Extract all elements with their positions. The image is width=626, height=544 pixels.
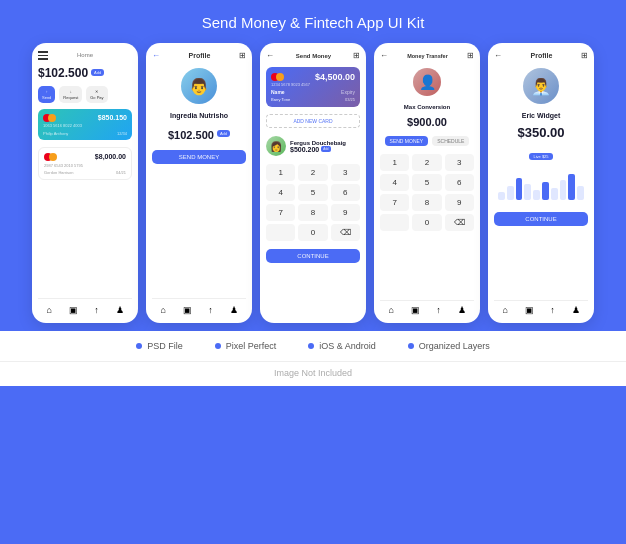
card-nav-icon[interactable]: ▣ xyxy=(69,305,78,315)
p4-key-5[interactable]: 5 xyxy=(412,174,441,191)
key-1[interactable]: 1 xyxy=(266,164,295,181)
key-6[interactable]: 6 xyxy=(331,184,360,201)
bar8 xyxy=(560,180,567,200)
home5-nav-icon[interactable]: ⌂ xyxy=(502,305,507,315)
phone1-amount: $102.500 xyxy=(38,66,88,80)
phone3-back-icon[interactable]: ← xyxy=(266,51,274,60)
stats5-nav-icon[interactable]: ↑ xyxy=(550,305,555,315)
feature-ios-label: iOS & Android xyxy=(319,341,376,351)
mastercard-icon xyxy=(43,114,56,122)
p4-key-1[interactable]: 1 xyxy=(380,154,409,171)
phone-profile1: ← Profile ⊞ 👨 Ingredia Nutrisho $102.500… xyxy=(146,43,252,323)
card2-nav-icon[interactable]: ▣ xyxy=(183,305,192,315)
p4-key-0[interactable]: 0 xyxy=(412,214,441,231)
phone3-card-exp-label: Expiry xyxy=(341,89,355,95)
p4-key-2[interactable]: 2 xyxy=(412,154,441,171)
bar2 xyxy=(507,186,514,200)
bottom-note: Image Not Included xyxy=(0,361,626,386)
key-8[interactable]: 8 xyxy=(298,204,327,221)
phone4-recipient-name: Max Conversion xyxy=(380,104,474,110)
dot-layers xyxy=(408,343,414,349)
phones-container: Home $102.500 Add ↑ Send ↓ Request ✕ Go … xyxy=(22,43,604,323)
phone3-card-name-label: Name xyxy=(271,89,285,95)
bar4 xyxy=(524,184,531,200)
user-nav-icon[interactable]: ♟ xyxy=(116,305,124,315)
home4-nav-icon[interactable]: ⌂ xyxy=(388,305,393,315)
phone1-header: Home xyxy=(38,51,132,60)
card1-number: 1063 5616 8022 4003 xyxy=(43,123,127,128)
phone2-amount: $102.500 xyxy=(168,129,214,141)
p4-key-9[interactable]: 9 xyxy=(445,194,474,211)
phone3-card: $4,500.00 1234 5678 9023 4567 Name Expir… xyxy=(266,67,360,107)
phone3-continue-btn[interactable]: CONTINUE xyxy=(266,249,360,263)
phone2-settings-icon[interactable]: ⊞ xyxy=(239,51,246,60)
feature-pixel: Pixel Perfect xyxy=(215,341,277,351)
card5-nav-icon[interactable]: ▣ xyxy=(525,305,534,315)
p4-key-3[interactable]: 3 xyxy=(445,154,474,171)
phone5-name: Eric Widget xyxy=(494,112,588,119)
phone5-bottom-nav: ⌂ ▣ ↑ ♟ xyxy=(494,300,588,315)
page-title: Send Money & Fintech App UI Kit xyxy=(202,14,425,31)
phone5-back-icon[interactable]: ← xyxy=(494,51,502,60)
phone4-cal-icon[interactable]: ⊞ xyxy=(467,51,474,60)
phone5-avatar: 👨‍💼 xyxy=(523,68,559,104)
phone-send-money: ← Send Money ⊞ $4,500.00 1234 5678 9023 … xyxy=(260,43,366,323)
key-0[interactable]: 0 xyxy=(298,224,327,241)
user2-nav-icon[interactable]: ♟ xyxy=(230,305,238,315)
phone3-card-expiry: 03/25 xyxy=(345,97,355,102)
user4-nav-icon[interactable]: ♟ xyxy=(458,305,466,315)
phone3-recipient-badge[interactable]: Add xyxy=(321,146,330,152)
phone2-title: Profile xyxy=(189,52,211,59)
key-del[interactable]: ⌫ xyxy=(331,224,360,241)
phone4-tab-send[interactable]: SEND MONEY xyxy=(385,136,429,146)
home2-nav-icon[interactable]: ⌂ xyxy=(160,305,165,315)
card2-name: Gordon Harrison xyxy=(44,170,74,175)
phone1-amount-row: $102.500 Add xyxy=(38,66,132,80)
request-btn[interactable]: ↓ Request xyxy=(59,86,82,103)
p4-key-del[interactable]: ⌫ xyxy=(445,214,474,231)
key-3[interactable]: 3 xyxy=(331,164,360,181)
key-5[interactable]: 5 xyxy=(298,184,327,201)
stats4-nav-icon[interactable]: ↑ xyxy=(436,305,441,315)
card4-nav-icon[interactable]: ▣ xyxy=(411,305,420,315)
bar6 xyxy=(542,182,549,200)
send-btn[interactable]: ↑ Send xyxy=(38,86,55,103)
bar7 xyxy=(551,188,558,200)
phone2-add-badge[interactable]: Add xyxy=(217,130,230,137)
phone3-cal-icon[interactable]: ⊞ xyxy=(353,51,360,60)
feature-psd-label: PSD File xyxy=(147,341,183,351)
mastercard2-icon xyxy=(44,153,57,161)
user5-nav-icon[interactable]: ♟ xyxy=(572,305,580,315)
phone3-card-amount: $4,500.00 xyxy=(315,72,355,82)
p4-key-8[interactable]: 8 xyxy=(412,194,441,211)
phone5-continue-btn[interactable]: CONTINUE xyxy=(494,212,588,226)
phone1-bottom-nav: ⌂ ▣ ↑ ♟ xyxy=(38,298,132,315)
phone3-recipient-amount: $500.200 xyxy=(290,146,319,153)
key-7[interactable]: 7 xyxy=(266,204,295,221)
phone2-back-icon[interactable]: ← xyxy=(152,51,160,60)
phone2-send-btn[interactable]: SEND MONEY xyxy=(152,150,246,164)
dot-psd xyxy=(136,343,142,349)
phone-profile2: ← Profile ⊞ 👨‍💼 Eric Widget $350.00 Live… xyxy=(488,43,594,323)
p4-key-7[interactable]: 7 xyxy=(380,194,409,211)
card2-expiry: 04/21 xyxy=(116,170,126,175)
phone1-add-badge[interactable]: Add xyxy=(91,69,104,76)
key-4[interactable]: 4 xyxy=(266,184,295,201)
key-9[interactable]: 9 xyxy=(331,204,360,221)
phone4-bottom-nav: ⌂ ▣ ↑ ♟ xyxy=(380,300,474,315)
phone3-header: ← Send Money ⊞ xyxy=(266,51,360,60)
stats2-nav-icon[interactable]: ↑ xyxy=(208,305,213,315)
stats-nav-icon[interactable]: ↑ xyxy=(94,305,99,315)
phone5-cal-icon[interactable]: ⊞ xyxy=(581,51,588,60)
menu-icon[interactable] xyxy=(38,51,48,60)
gopay-btn[interactable]: ✕ Go Pay xyxy=(86,86,107,103)
key-2[interactable]: 2 xyxy=(298,164,327,181)
p4-key-4[interactable]: 4 xyxy=(380,174,409,191)
phone4-tab-schedule[interactable]: SCHEDULE xyxy=(432,136,469,146)
phone3-add-card[interactable]: ADD NEW CARD xyxy=(266,114,360,128)
phone2-name: Ingredia Nutrisho xyxy=(152,112,246,119)
phone4-back-icon[interactable]: ← xyxy=(380,51,388,60)
p4-key-6[interactable]: 6 xyxy=(445,174,474,191)
home-nav-icon[interactable]: ⌂ xyxy=(46,305,51,315)
key-empty xyxy=(266,224,295,241)
